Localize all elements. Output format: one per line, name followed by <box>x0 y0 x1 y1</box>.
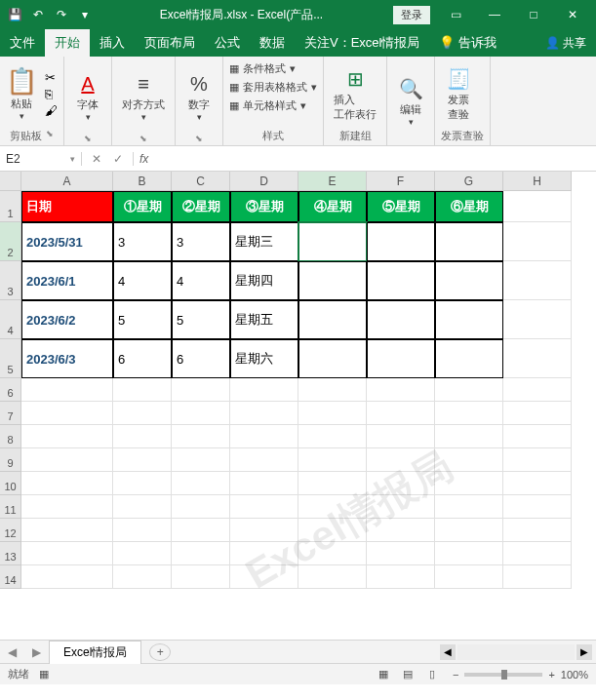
row-header-2[interactable]: 2 <box>0 222 21 261</box>
cell-D11[interactable] <box>230 495 298 519</box>
cell-F14[interactable] <box>367 565 435 589</box>
col-header-E[interactable]: E <box>298 172 367 191</box>
conditional-format-button[interactable]: ▦条件格式 ▾ <box>229 60 296 77</box>
cell-F11[interactable] <box>367 495 435 519</box>
cell-G14[interactable] <box>435 565 503 589</box>
font-launcher-icon[interactable]: ⬊ <box>84 134 92 143</box>
add-sheet-button[interactable]: + <box>149 643 171 661</box>
cell-D8[interactable] <box>230 425 298 448</box>
page-layout-icon[interactable]: ▤ <box>397 668 418 681</box>
row-header-13[interactable]: 13 <box>0 542 21 565</box>
row-header-1[interactable]: 1 <box>0 191 21 222</box>
cell-C11[interactable] <box>172 495 230 519</box>
cell-D4[interactable]: 星期五 <box>230 300 298 339</box>
cell-B5[interactable]: 6 <box>113 339 172 378</box>
cell-G13[interactable] <box>435 542 503 565</box>
cell-F13[interactable] <box>367 542 435 565</box>
zoom-level[interactable]: 100% <box>561 669 588 681</box>
cell-E4[interactable] <box>298 300 367 339</box>
cell-B2[interactable]: 3 <box>113 222 172 261</box>
cell-C12[interactable] <box>172 519 230 542</box>
spreadsheet-grid[interactable]: ABCDEFGH 1234567891011121314 日期①星期②星期③星期… <box>0 172 596 640</box>
cell-C8[interactable] <box>172 425 230 448</box>
cell-F4[interactable] <box>367 300 435 339</box>
cell-A2[interactable]: 2023/5/31 <box>21 222 113 261</box>
cells-area[interactable]: 日期①星期②星期③星期④星期⑤星期⑥星期2023/5/3133星期三2023/6… <box>21 191 572 589</box>
format-painter-icon[interactable]: 🖌 <box>45 103 58 118</box>
cell-G7[interactable] <box>435 402 503 425</box>
normal-view-icon[interactable]: ▦ <box>373 668 394 681</box>
cell-G11[interactable] <box>435 495 503 519</box>
cell-E14[interactable] <box>298 565 367 589</box>
share-button[interactable]: 👤 共享 <box>536 30 596 57</box>
cell-A11[interactable] <box>21 495 113 519</box>
copy-icon[interactable]: ⎘ <box>45 87 58 101</box>
cell-C13[interactable] <box>172 542 230 565</box>
cell-A3[interactable]: 2023/6/1 <box>21 261 113 300</box>
zoom-slider[interactable] <box>464 673 542 677</box>
cell-G10[interactable] <box>435 472 503 495</box>
cell-D13[interactable] <box>230 542 298 565</box>
cell-F9[interactable] <box>367 448 435 472</box>
redo-icon[interactable]: ↷ <box>51 4 72 25</box>
cell-E6[interactable] <box>298 378 367 402</box>
cell-H2[interactable] <box>503 222 572 261</box>
select-all-corner[interactable] <box>0 172 21 191</box>
cell-F5[interactable] <box>367 339 435 378</box>
cell-D12[interactable] <box>230 519 298 542</box>
sheet-tab[interactable]: Excel情报局 <box>49 641 141 664</box>
row-header-8[interactable]: 8 <box>0 425 21 448</box>
col-header-F[interactable]: F <box>367 172 435 191</box>
cell-G5[interactable] <box>435 339 503 378</box>
cell-H11[interactable] <box>503 495 572 519</box>
cell-B6[interactable] <box>113 378 172 402</box>
cell-F1[interactable]: ⑤星期 <box>367 191 435 222</box>
cell-F6[interactable] <box>367 378 435 402</box>
cell-H9[interactable] <box>503 448 572 472</box>
cell-B1[interactable]: ①星期 <box>113 191 172 222</box>
col-header-D[interactable]: D <box>230 172 298 191</box>
ribbon-options-icon[interactable]: ▭ <box>436 0 475 29</box>
sheet-nav-next-icon[interactable]: ▶ <box>24 645 49 659</box>
cell-H13[interactable] <box>503 542 572 565</box>
cell-C4[interactable]: 5 <box>172 300 230 339</box>
cell-G2[interactable] <box>435 222 503 261</box>
cell-E1[interactable]: ④星期 <box>298 191 367 222</box>
cell-D14[interactable] <box>230 565 298 589</box>
scroll-track[interactable] <box>457 644 575 660</box>
row-header-11[interactable]: 11 <box>0 495 21 519</box>
name-box[interactable]: E2▾ <box>0 152 82 166</box>
cell-style-button[interactable]: ▦单元格样式 ▾ <box>229 97 306 114</box>
table-format-button[interactable]: ▦套用表格格式 ▾ <box>229 79 317 96</box>
cell-C14[interactable] <box>172 565 230 589</box>
maximize-icon[interactable]: □ <box>514 0 553 29</box>
row-header-5[interactable]: 5 <box>0 339 21 378</box>
align-launcher-icon[interactable]: ⬊ <box>139 134 147 143</box>
cell-H1[interactable] <box>503 191 572 222</box>
cell-D9[interactable] <box>230 448 298 472</box>
row-header-9[interactable]: 9 <box>0 448 21 472</box>
cell-H3[interactable] <box>503 261 572 300</box>
row-header-6[interactable]: 6 <box>0 378 21 402</box>
cell-A9[interactable] <box>21 448 113 472</box>
cell-G9[interactable] <box>435 448 503 472</box>
cell-A12[interactable] <box>21 519 113 542</box>
cell-D2[interactable]: 星期三 <box>230 222 298 261</box>
cell-E9[interactable] <box>298 448 367 472</box>
cell-H10[interactable] <box>503 472 572 495</box>
col-header-B[interactable]: B <box>113 172 172 191</box>
scroll-left-icon[interactable]: ◀ <box>440 644 456 660</box>
cell-D5[interactable]: 星期六 <box>230 339 298 378</box>
cell-C1[interactable]: ②星期 <box>172 191 230 222</box>
cell-E7[interactable] <box>298 402 367 425</box>
cell-E3[interactable] <box>298 261 367 300</box>
cell-H12[interactable] <box>503 519 572 542</box>
cell-D6[interactable] <box>230 378 298 402</box>
cut-icon[interactable]: ✂ <box>45 70 58 85</box>
row-header-4[interactable]: 4 <box>0 300 21 339</box>
cell-H5[interactable] <box>503 339 572 378</box>
cell-G4[interactable] <box>435 300 503 339</box>
cell-A13[interactable] <box>21 542 113 565</box>
cell-E10[interactable] <box>298 472 367 495</box>
cell-B3[interactable]: 4 <box>113 261 172 300</box>
